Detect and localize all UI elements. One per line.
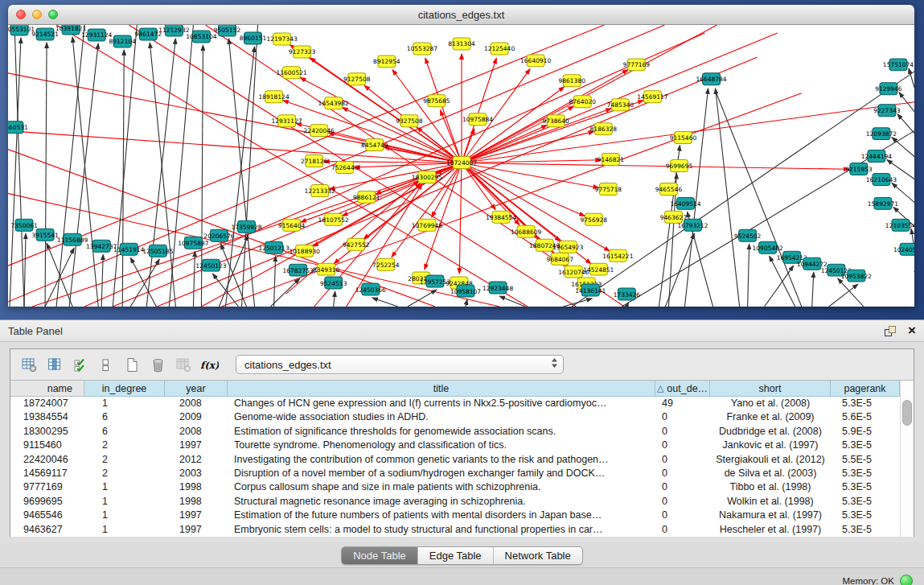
graph-node[interactable]: 9684067	[547, 253, 574, 265]
graph-node[interactable]: 9465546	[655, 183, 683, 195]
table-source-select[interactable]: citations_edges.txt	[236, 355, 564, 374]
delete-column-button[interactable]	[147, 354, 168, 375]
column-header-in_degree[interactable]: in_degree	[84, 381, 165, 397]
svg-text:8131304: 8131304	[448, 40, 475, 47]
graph-node[interactable]: 10905482	[753, 241, 783, 253]
delete-table-button[interactable]	[173, 354, 194, 375]
graph-node[interactable]: 11212932	[158, 25, 189, 36]
table-row[interactable]: 946362711997Embryonic stem cells: a mode…	[10, 523, 900, 537]
graph-node[interactable]: 9861380	[559, 75, 586, 87]
table-row[interactable]: 969969511998Structural magnetic resonanc…	[10, 495, 900, 509]
select-all-button[interactable]	[70, 354, 91, 375]
window-titlebar[interactable]: citations_edges.txt	[8, 5, 914, 25]
column-header-title[interactable]: title	[228, 381, 655, 397]
graph-node[interactable]: 9699695	[666, 160, 693, 172]
graph-node[interactable]: 8960151	[240, 32, 267, 44]
close-panel-icon[interactable]: ×	[908, 325, 916, 336]
graph-node[interactable]: 8349310	[313, 263, 340, 275]
column-header-pagerank[interactable]: pagerank	[831, 381, 900, 397]
graph-node[interactable]: 3915541	[31, 229, 59, 241]
column-header-out_de[interactable]: △out_de…	[655, 381, 710, 397]
graph-node[interactable]: 12213332	[305, 184, 335, 196]
graph-node[interactable]: 9227343	[873, 105, 901, 117]
float-panel-icon[interactable]	[884, 325, 897, 337]
graph-node[interactable]: 9505152	[214, 25, 241, 36]
graph-node[interactable]: 9327508	[396, 115, 423, 127]
graph-node[interactable]: 9146821	[598, 154, 625, 166]
table-row[interactable]: 977716911998Corpus callosum shape and si…	[10, 480, 900, 494]
table-cell: Franke et al. (2009)	[710, 410, 831, 424]
column-header-name[interactable]: name	[10, 381, 84, 397]
table-row[interactable]: 946554611997Estimation of the future num…	[10, 509, 900, 522]
graph-node[interactable]: 9215953	[845, 163, 873, 175]
graph-node[interactable]: 9129946	[875, 83, 902, 95]
graph-node[interactable]: 12197343	[267, 33, 298, 45]
graph-node[interactable]: 9214521	[31, 28, 59, 40]
graph-node[interactable]: 2660531	[8, 122, 28, 134]
column-header-year[interactable]: year	[165, 381, 228, 397]
graph-node[interactable]: 16543982	[318, 97, 349, 109]
graph-node[interactable]: 8131304	[448, 38, 475, 50]
graph-node[interactable]: 13942737	[86, 240, 117, 252]
graph-node[interactable]: 10553287	[407, 43, 437, 55]
graph-node[interactable]: 9756928	[581, 213, 608, 225]
graph-node[interactable]: 11600521	[277, 67, 307, 79]
network-canvas[interactable]: 1872400791468218186328748534098613801664…	[8, 25, 914, 307]
graph-node[interactable]: 8912954	[373, 56, 400, 68]
graph-node[interactable]: 9127323	[289, 46, 316, 58]
scrollbar-thumb[interactable]	[902, 400, 912, 426]
graph-node[interactable]: 16154221	[602, 249, 633, 262]
function-builder-button[interactable]: f(x)	[199, 354, 220, 375]
graph-node[interactable]: 10553101	[8, 25, 35, 35]
svg-text:9115460: 9115460	[670, 134, 697, 142]
graph-node[interactable]: 9524502	[734, 229, 762, 241]
table-row[interactable]: 1872400712008Changes of HCN gene express…	[10, 397, 900, 410]
graph-node[interactable]: 9427552	[343, 238, 370, 250]
network-graph[interactable]: 1872400791468218186328748534098613801664…	[8, 25, 914, 307]
table-row[interactable]: 1456911722003Disruption of a novel membe…	[10, 467, 900, 480]
table-row[interactable]: 2242004622012Investigating the contribut…	[10, 453, 900, 467]
graph-node[interactable]: 12450123	[195, 259, 226, 271]
tab-network-table[interactable]: Network Table	[494, 547, 582, 564]
graph-node[interactable]: 12923448	[483, 282, 513, 294]
table-scrollbar[interactable]	[900, 381, 914, 537]
show-columns-button[interactable]	[44, 354, 65, 375]
graph-node[interactable]: 16640910	[520, 55, 551, 67]
graph-node[interactable]: 7526440	[331, 162, 359, 174]
graph-node[interactable]: 10769948	[412, 219, 442, 231]
graph-node[interactable]: 12505185	[142, 245, 173, 257]
graph-node[interactable]: 9524513	[320, 277, 347, 289]
minimize-window-button[interactable]	[32, 10, 42, 19]
graph-node[interactable]: 2718126	[301, 155, 328, 167]
graph-node[interactable]: 16648784	[696, 73, 726, 85]
graph-node[interactable]: 10853104	[186, 31, 216, 43]
graph-node[interactable]: 12931127	[272, 115, 302, 127]
graph-node[interactable]: 10975884	[462, 113, 493, 126]
graph-node[interactable]: 9861472	[135, 28, 162, 40]
svg-text:15751074: 15751074	[883, 61, 914, 68]
svg-text:15892971: 15892971	[868, 200, 898, 208]
graph-node[interactable]: 10240532	[893, 243, 914, 255]
graph-node[interactable]: 9777169	[623, 59, 651, 71]
create-column-button[interactable]	[121, 354, 142, 375]
graph-node[interactable]: 7350061	[10, 219, 38, 231]
graph-node[interactable]: 7252254	[372, 258, 400, 270]
graph-node[interactable]: 8912104	[109, 35, 137, 47]
clear-selection-button[interactable]	[96, 354, 117, 375]
graph-node[interactable]: 12103554	[885, 219, 914, 231]
table-row[interactable]: 911546021997Tourette syndrome. Phenomeno…	[10, 439, 900, 452]
graph-node[interactable]: 8454749	[361, 139, 388, 151]
close-window-button[interactable]	[16, 10, 26, 19]
status-bar: Memory: OK	[0, 567, 924, 585]
table-row[interactable]: 1830029562008Estimation of significance …	[10, 425, 900, 439]
tab-node-table[interactable]: Node Table	[342, 547, 418, 564]
tab-edge-table[interactable]: Edge Table	[418, 547, 494, 564]
graph-node[interactable]: 8764020	[569, 96, 597, 108]
graph-node[interactable]: 12125440	[484, 43, 515, 55]
table-settings-button[interactable]	[18, 354, 39, 375]
table-cell: 0	[655, 509, 710, 522]
zoom-window-button[interactable]	[48, 10, 58, 19]
table-row[interactable]: 1938455462009Genome-wide association stu…	[10, 410, 900, 424]
graph-node[interactable]: 9775718	[595, 183, 622, 195]
column-header-short[interactable]: short	[710, 381, 831, 397]
